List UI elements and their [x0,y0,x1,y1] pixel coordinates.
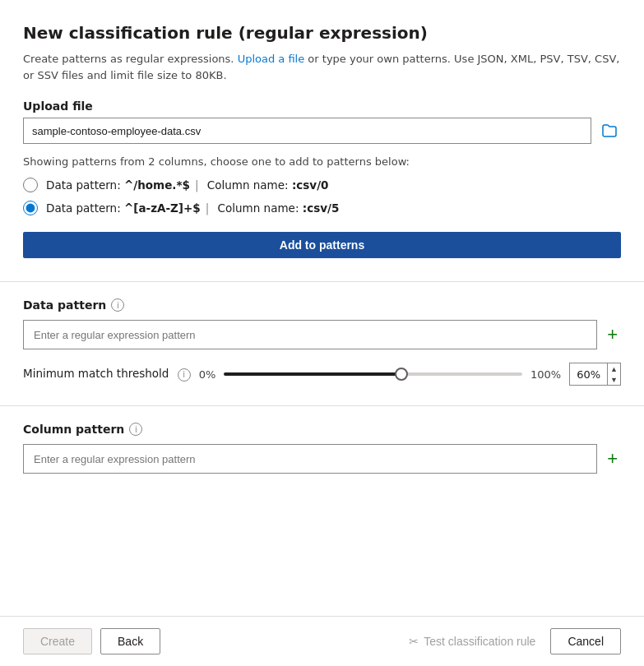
threshold-decrement-button[interactable]: ▼ [608,374,620,385]
threshold-label: Minimum match threshold i [23,367,191,382]
file-input[interactable] [23,118,591,144]
test-icon: ✂ [409,635,419,648]
radio-label-1[interactable]: Data pattern: ^/home.*$| Column name: :c… [46,178,328,192]
column-pattern-label: Column pattern [23,423,124,436]
patterns-hint: Showing patterns from 2 columns, choose … [23,155,621,168]
radio-group: Data pattern: ^/home.*$| Column name: :c… [23,178,621,215]
threshold-value: 60% [570,368,607,381]
radio-label-2[interactable]: Data pattern: ^[a-zA-Z]+$| Column name: … [46,201,339,215]
threshold-spinner-arrows: ▲ ▼ [607,363,620,385]
upload-row [23,118,621,144]
radio-option-2[interactable] [23,201,38,215]
column-pattern-header: Column pattern i [23,423,621,436]
threshold-min-label: 0% [199,368,216,381]
column-pattern-input[interactable] [23,444,597,474]
cancel-button[interactable]: Cancel [550,628,621,654]
column-pattern-info-icon[interactable]: i [129,423,142,436]
threshold-row: Minimum match threshold i 0% 100% 60% ▲ … [23,363,621,386]
data-pattern-label: Data pattern [23,298,106,312]
data-pattern-add-button[interactable]: + [604,326,621,344]
add-to-patterns-button[interactable]: Add to patterns [23,232,621,258]
create-button: Create [23,628,92,654]
radio-item-1[interactable]: Data pattern: ^/home.*$| Column name: :c… [23,178,621,192]
data-pattern-input[interactable] [23,320,597,349]
radio-option-1[interactable] [23,178,38,192]
threshold-max-label: 100% [530,368,561,381]
threshold-increment-button[interactable]: ▲ [608,363,620,374]
page-title: New classification rule (regular express… [23,23,621,43]
description-prefix: Create patterns as regular expressions. [23,53,238,65]
threshold-info-icon[interactable]: i [178,368,191,382]
column-pattern-add-button[interactable]: + [604,450,621,468]
test-classification-button: ✂ Test classification rule [402,629,542,654]
browse-folder-button[interactable] [598,121,621,141]
data-pattern-info-icon[interactable]: i [111,298,124,312]
test-button-label: Test classification rule [424,635,535,648]
folder-icon [601,123,618,139]
back-button[interactable]: Back [100,628,160,654]
page-description: Create patterns as regular expressions. … [23,51,621,83]
data-pattern-input-row: + [23,320,621,349]
column-pattern-input-row: + [23,444,621,474]
section-divider-2 [0,405,644,406]
data-pattern-header: Data pattern i [23,298,621,312]
bottom-bar: Create Back ✂ Test classification rule C… [0,616,644,666]
threshold-slider[interactable] [224,372,522,376]
radio-item-2[interactable]: Data pattern: ^[a-zA-Z]+$| Column name: … [23,201,621,215]
threshold-spinner: 60% ▲ ▼ [569,363,621,386]
upload-label: Upload file [23,99,621,113]
section-divider-1 [0,281,644,282]
upload-link[interactable]: Upload a file [238,53,305,65]
threshold-slider-container [224,372,522,376]
